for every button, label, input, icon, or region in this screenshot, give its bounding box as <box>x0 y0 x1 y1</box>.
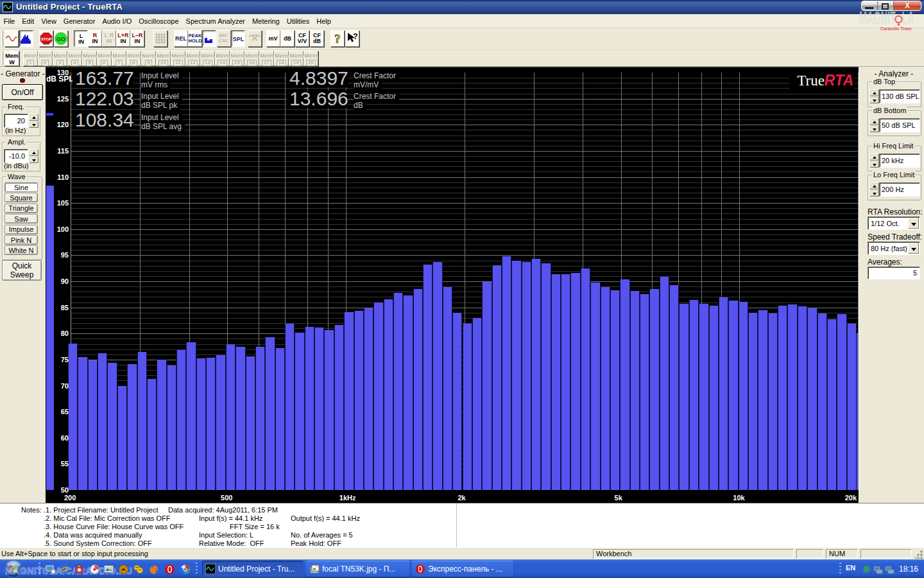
spectrum-analyzer-view-button[interactable] <box>19 30 33 47</box>
db-top-spinner[interactable] <box>869 89 879 103</box>
crest-factor-db-button[interactable]: CFdB <box>310 30 324 47</box>
y-tick-label: 85 <box>49 304 69 311</box>
wave-triangle-button[interactable]: Triangle <box>4 204 38 213</box>
lo-freq-limit-spin-down[interactable] <box>869 189 879 197</box>
hi-freq-limit-spin-down[interactable] <box>869 161 879 168</box>
spl-mode-button[interactable]: SPL <box>231 30 245 47</box>
picture-viewer-icon[interactable] <box>103 564 114 575</box>
sine-generator-button[interactable] <box>4 30 19 47</box>
mem-12-button: Mem12 <box>185 51 200 66</box>
show-desktop-icon[interactable] <box>45 564 56 575</box>
menu-oscilloscope[interactable]: Oscilloscope <box>135 15 182 27</box>
menu-utilities[interactable]: Utilities <box>283 15 312 27</box>
speed-tradeoff-combo[interactable]: 80 Hz (fast) <box>868 241 920 255</box>
media-app-icon[interactable] <box>74 564 85 575</box>
chrome-icon[interactable] <box>180 564 191 575</box>
generator-onoff-button[interactable]: On/Off <box>2 84 43 100</box>
hi-freq-limit-field[interactable]: 20 kHz <box>879 153 920 168</box>
menu-metering[interactable]: Metering <box>248 15 283 27</box>
wave-sine-button[interactable]: Sine <box>4 182 38 192</box>
ampl-spinner[interactable] <box>29 149 38 163</box>
speed-tradeoff-combo-arrow[interactable] <box>908 243 919 254</box>
lo-freq-limit-spinner[interactable] <box>869 182 879 197</box>
note-col2: Input f(s) = 44.1 kHz <box>199 514 262 522</box>
stop-button[interactable]: STOP <box>39 30 53 47</box>
quick-sweep-button[interactable]: Quick Sweep <box>2 260 42 281</box>
menu-generator[interactable]: Generator <box>60 15 99 27</box>
hi-freq-limit-spinner[interactable] <box>869 153 879 168</box>
decibels-button[interactable]: dB <box>280 30 295 47</box>
task-button-2[interactable]: focal TN53K.jpg - П... <box>306 561 409 577</box>
wave-pink-n-button[interactable]: Pink N <box>4 235 38 245</box>
ampl-input[interactable]: -10.0 <box>4 149 28 163</box>
y-tick-label: 105 <box>49 199 69 207</box>
resize-grip[interactable] <box>915 550 923 559</box>
ampl-spin-down[interactable] <box>29 156 38 163</box>
daemon-tools-icon[interactable] <box>118 564 129 575</box>
question-mark-icon: ? <box>331 31 344 46</box>
lo-freq-limit-spin-up[interactable] <box>869 182 879 189</box>
opera-icon[interactable] <box>164 564 175 575</box>
freq-spin-down[interactable] <box>29 121 38 128</box>
freq-input[interactable]: 20 <box>4 114 28 128</box>
left-input-button[interactable]: LIN <box>74 30 88 47</box>
rta-resolution-combo[interactable]: 1/12 Oct. <box>868 216 920 230</box>
mem-w-button[interactable]: MemW <box>4 51 19 66</box>
go-button[interactable]: GO <box>54 30 68 47</box>
lo-freq-limit-field[interactable]: 200 Hz <box>879 182 920 197</box>
l-minus-r-input-button[interactable]: L–RIN <box>130 30 144 47</box>
bar-display-button[interactable] <box>202 30 216 47</box>
analyzer-panel: - Analyzer - dB Top130 dB SPLdB Bottom50… <box>864 67 924 503</box>
millivolts-button[interactable]: mV <box>266 30 280 47</box>
menu-file[interactable]: File <box>0 15 19 27</box>
freq-spin-up[interactable] <box>29 114 38 121</box>
right-input-button[interactable]: RIN <box>88 30 102 47</box>
wave-white-n-button[interactable]: White N <box>4 245 38 255</box>
qip-icon[interactable] <box>133 564 144 575</box>
db-bottom-spin-down[interactable] <box>869 125 879 132</box>
firefox-icon[interactable] <box>148 564 159 575</box>
averages-field[interactable]: 5 <box>868 267 920 279</box>
green-util-icon[interactable] <box>862 565 873 575</box>
spectrum-bar <box>778 306 787 490</box>
network2-icon[interactable] <box>885 565 896 575</box>
freq-spinner[interactable] <box>29 114 38 128</box>
context-help-button[interactable]: ? <box>345 30 359 47</box>
note-line: .3. House Curve File: House Curve was OF… <box>44 523 184 530</box>
ampl-spin-up[interactable] <box>29 149 38 156</box>
db-top-spin-up[interactable] <box>869 89 879 96</box>
menu-edit[interactable]: Edit <box>19 15 38 27</box>
nero-icon[interactable] <box>89 564 100 575</box>
network-icon[interactable] <box>873 565 884 575</box>
menu-view[interactable]: View <box>38 15 60 27</box>
toolbar-grip[interactable] <box>1 31 3 47</box>
menu-spectrum-analyzer[interactable]: Spectrum Analyzer <box>182 15 248 27</box>
peak-hold-button[interactable]: PEAKHOLD <box>188 30 202 47</box>
spectrum-bar <box>669 285 679 490</box>
spectrum-bar <box>640 294 649 491</box>
spectrum-graph: 5055606570758085909510010511011512012513… <box>46 67 859 503</box>
db-bottom-field[interactable]: 50 dB SPL <box>879 118 920 132</box>
hi-freq-limit-spin-up[interactable] <box>869 153 879 161</box>
db-top-spin-down[interactable] <box>869 96 879 103</box>
wave-impulse-button[interactable]: Impulse <box>4 225 38 234</box>
db-top-field[interactable]: 130 dB SPL <box>879 89 920 103</box>
menu-help[interactable]: Help <box>313 15 335 27</box>
wave-square-button[interactable]: Square <box>4 193 38 202</box>
spectrum-bar <box>807 308 817 490</box>
l-plus-r-input-button[interactable]: L+RIN <box>116 30 130 47</box>
menu-audio-i-o[interactable]: Audio I/O <box>99 15 135 27</box>
tray-language-en[interactable]: EN <box>846 564 855 572</box>
memory-toolbar-grip[interactable] <box>1 51 3 65</box>
rta-resolution-combo-arrow[interactable] <box>908 218 919 229</box>
crest-factor-vv-button[interactable]: CFV/V <box>295 30 309 47</box>
internet-explorer-icon[interactable] <box>59 564 70 575</box>
db-bottom-spinner[interactable] <box>869 118 879 132</box>
task-button-3[interactable]: Экспресс-панель - ... <box>412 561 513 577</box>
readout-value: 13.696 <box>287 91 348 108</box>
db-bottom-spin-up[interactable] <box>869 118 879 125</box>
task-button-1[interactable]: Untitled Project - Tru... <box>202 561 304 577</box>
help-button[interactable]: ? <box>330 30 345 47</box>
relative-mode-button[interactable]: REL <box>174 30 188 47</box>
wave-saw-button[interactable]: Saw <box>4 214 38 223</box>
